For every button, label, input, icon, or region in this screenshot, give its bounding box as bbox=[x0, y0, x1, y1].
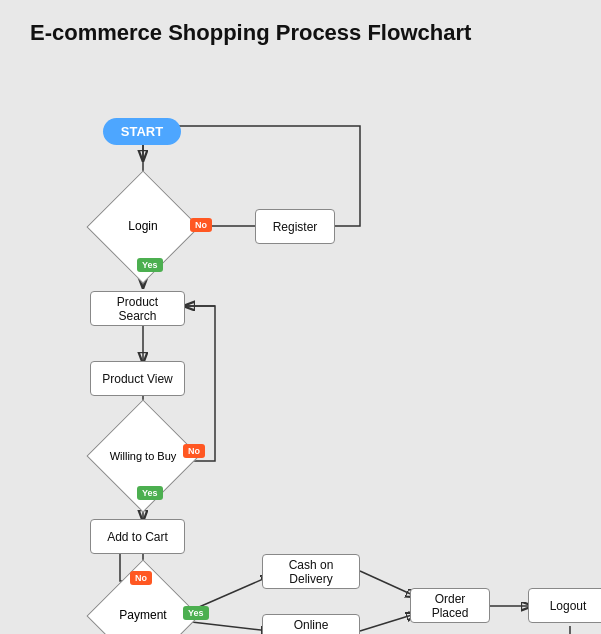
cash-delivery-label: Cash on Delivery bbox=[273, 558, 349, 586]
start-label: START bbox=[103, 118, 181, 145]
willing-node: Willing to Buy bbox=[103, 421, 183, 491]
product-view-label: Product View bbox=[102, 372, 172, 386]
svg-line-9 bbox=[183, 621, 270, 631]
payment-yes-badge: Yes bbox=[183, 606, 209, 620]
svg-line-11 bbox=[360, 571, 415, 596]
logout-label: Logout bbox=[550, 599, 587, 613]
login-label: Login bbox=[128, 219, 157, 235]
add-to-cart-label: Add to Cart bbox=[107, 530, 168, 544]
login-yes-badge: Yes bbox=[137, 258, 163, 272]
add-to-cart-node: Add to Cart bbox=[90, 519, 185, 554]
flowchart: START Login Yes No Register Product Sear… bbox=[30, 66, 571, 634]
order-placed-node: Order Placed bbox=[410, 588, 490, 623]
register-node: Register bbox=[255, 209, 335, 244]
register-label: Register bbox=[273, 220, 318, 234]
logout-node: Logout bbox=[528, 588, 601, 623]
willing-label: Willing to Buy bbox=[110, 449, 177, 463]
online-payment-node: Online Payment bbox=[262, 614, 360, 634]
login-no-badge: No bbox=[190, 218, 212, 232]
page-title: E-commerce Shopping Process Flowchart bbox=[30, 20, 571, 46]
order-placed-label: Order Placed bbox=[421, 592, 479, 620]
product-search-label: Product Search bbox=[101, 295, 174, 323]
page: E-commerce Shopping Process Flowchart bbox=[0, 0, 601, 634]
willing-no-badge: No bbox=[183, 444, 205, 458]
online-payment-label: Online Payment bbox=[273, 618, 349, 635]
svg-line-12 bbox=[360, 614, 415, 631]
product-view-node: Product View bbox=[90, 361, 185, 396]
payment-label: Payment bbox=[119, 608, 166, 624]
cash-delivery-node: Cash on Delivery bbox=[262, 554, 360, 589]
willing-yes-badge: Yes bbox=[137, 486, 163, 500]
product-search-node: Product Search bbox=[90, 291, 185, 326]
login-node: Login bbox=[103, 194, 183, 259]
payment-node: Payment bbox=[103, 581, 183, 634]
payment-no-badge: No bbox=[130, 571, 152, 585]
start-node: START bbox=[102, 116, 182, 146]
